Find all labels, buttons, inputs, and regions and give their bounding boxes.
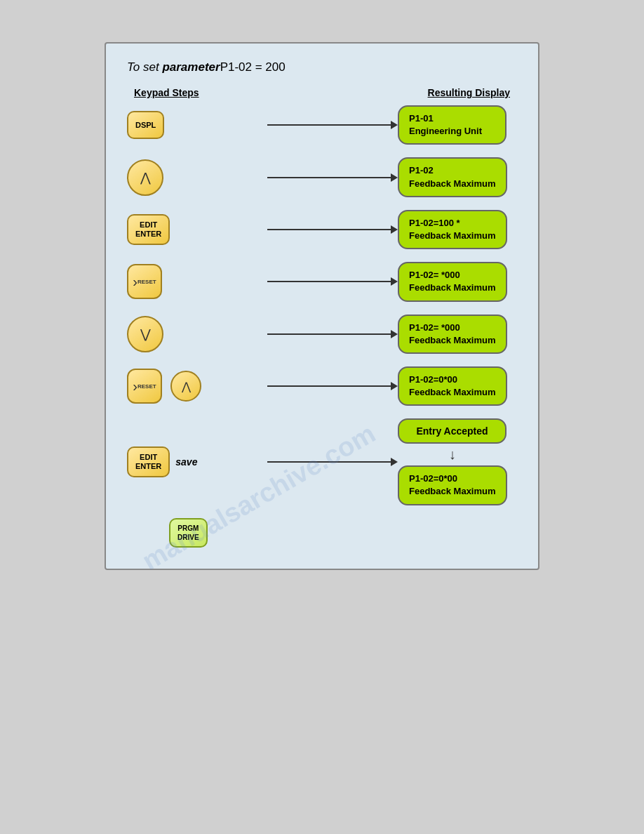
display-line1-7b: P1-02=0*00	[409, 472, 496, 485]
display-side-6: P1-02=0*00 Feedback Maximum	[398, 366, 517, 406]
display-line1-6: P1-02=0*00	[409, 373, 496, 386]
step-row-3: EDITENTER P1-02=100 * Feedback Maximum	[127, 210, 517, 249]
keypad-side-7: EDITENTER save	[127, 446, 267, 477]
arrow-6	[267, 382, 398, 390]
display-box-5: P1-02= *000 Feedback Maximum	[398, 315, 507, 354]
display-line2-1: Engineering Unit	[409, 125, 495, 138]
arrow-7	[267, 458, 398, 466]
display-line2-6: Feedback Maximum	[409, 386, 496, 399]
display-line1-3: P1-02=100 *	[409, 217, 496, 230]
arrow-3	[267, 225, 398, 234]
display-line1-1: P1-01	[409, 112, 495, 125]
up-arrow-button-2[interactable]: ⋀	[170, 371, 201, 402]
display-box-4: P1-02= *000 Feedback Maximum	[398, 262, 507, 301]
edit-enter-button-2[interactable]: EDITENTER	[127, 446, 170, 477]
keypad-side-3: EDITENTER	[127, 214, 267, 245]
step-row-1: DSPL P1-01 Engineering Unit	[127, 105, 517, 145]
display-box-2: P1-02 Feedback Maximum	[398, 157, 507, 197]
arrow-4	[267, 277, 398, 286]
display-line1-4: P1-02= *000	[409, 269, 496, 282]
display-line2-5: Feedback Maximum	[409, 334, 496, 347]
title-rest: P1-02 = 200	[220, 60, 286, 74]
display-side-5: P1-02= *000 Feedback Maximum	[398, 315, 517, 354]
edit-enter-button-1[interactable]: EDITENTER	[127, 214, 170, 245]
keypad-side-6: ›RESET ⋀	[127, 369, 267, 404]
display-line2-7b: Feedback Maximum	[409, 485, 496, 498]
display-side-3: P1-02=100 * Feedback Maximum	[398, 210, 517, 249]
step-row-6: ›RESET ⋀ P1-02=0*00 Feedback Maximum	[127, 366, 517, 406]
keypad-side-2: ⋀	[127, 159, 267, 196]
display-box-6: P1-02=0*00 Feedback Maximum	[398, 366, 507, 406]
page-title: To set parameterP1-02 = 200	[127, 60, 517, 74]
display-line2-3: Feedback Maximum	[409, 230, 496, 242]
display-column-label: Resulting Display	[428, 87, 510, 98]
display-box-1: P1-01 Engineering Unit	[398, 105, 507, 145]
keypad-column-label: Keypad Steps	[134, 87, 199, 98]
display-line1-2: P1-02	[409, 164, 496, 177]
keypad-side-4: ›RESET	[127, 264, 267, 299]
display-line2-2: Feedback Maximum	[409, 178, 496, 190]
down-arrow-button[interactable]: ⋁	[127, 316, 163, 352]
display-side-2: P1-02 Feedback Maximum	[398, 157, 517, 197]
display-box-3: P1-02=100 * Feedback Maximum	[398, 210, 507, 249]
reset-button-1[interactable]: ›RESET	[127, 264, 162, 299]
main-container: To set parameterP1-02 = 200 Keypad Steps…	[105, 42, 539, 570]
display-side-7: Entry Accepted ↓ P1-02=0*00 Feedback Max…	[398, 418, 517, 505]
prgm-drive-button[interactable]: PRGMDRIVE	[169, 518, 208, 548]
title-parameter: parameter	[162, 60, 220, 74]
arrow-1	[267, 121, 398, 129]
arrow-5	[267, 330, 398, 338]
entry-accepted-box: Entry Accepted	[398, 418, 507, 444]
step-row-7: EDITENTER save Entry Accepted ↓ P1-02=0*…	[127, 418, 517, 505]
arrow-2	[267, 173, 398, 182]
columns-header: Keypad Steps Resulting Display	[127, 87, 517, 98]
keypad-side-1: DSPL	[127, 111, 267, 139]
display-box-7b: P1-02=0*00 Feedback Maximum	[398, 465, 507, 505]
title-prefix: To set	[127, 60, 162, 74]
dspl-button[interactable]: DSPL	[127, 111, 164, 139]
up-arrow-button[interactable]: ⋀	[127, 159, 163, 196]
reset-button-2[interactable]: ›RESET	[127, 369, 162, 404]
step-row-5: ⋁ P1-02= *000 Feedback Maximum	[127, 315, 517, 354]
step-row-4: ›RESET P1-02= *000 Feedback Maximum	[127, 262, 517, 301]
keypad-side-5: ⋁	[127, 316, 267, 352]
display-line1-5: P1-02= *000	[409, 322, 496, 334]
step-row-2: ⋀ P1-02 Feedback Maximum	[127, 157, 517, 197]
down-arrow-icon: ↓	[449, 446, 456, 463]
prgm-drive-row: PRGMDRIVE	[127, 518, 517, 548]
display-side-4: P1-02= *000 Feedback Maximum	[398, 262, 517, 301]
save-label: save	[175, 456, 197, 468]
display-line2-4: Feedback Maximum	[409, 282, 496, 294]
display-side-1: P1-01 Engineering Unit	[398, 105, 517, 145]
